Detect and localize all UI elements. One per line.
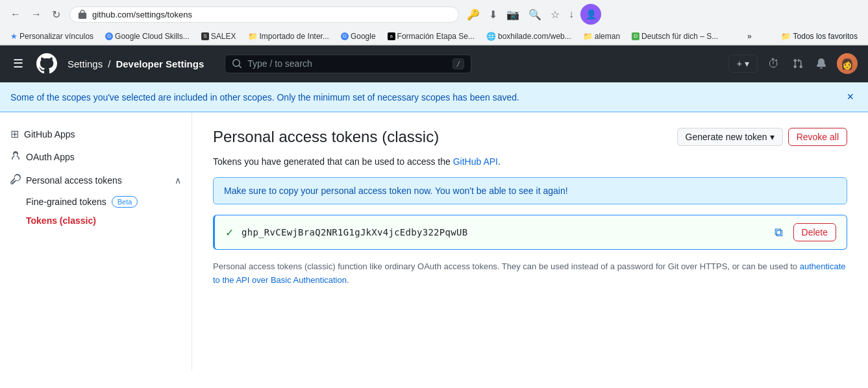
chevron-up-icon: ∧	[175, 175, 181, 186]
avatar-emoji: 👩	[841, 58, 854, 70]
bookmark-star-icon[interactable]: ☆	[548, 6, 562, 23]
alert-close-button[interactable]: ×	[843, 89, 858, 105]
bookmarks-more-button[interactable]: »	[743, 30, 756, 42]
plus-icon: +	[737, 58, 742, 69]
bookmark-formacion[interactable]: a Formación Etapa Se...	[384, 30, 478, 42]
sidebar-sub-item-tokens-classic[interactable]: Tokens (classic)	[0, 212, 192, 230]
bookmark-formacion-label: Formación Etapa Se...	[397, 32, 475, 41]
sidebar-item-pat-label: Personal access tokens	[26, 175, 169, 186]
bookmark-google-label: Google	[351, 32, 376, 41]
bookmark-personalizar-icon: ★	[10, 32, 18, 41]
breadcrumb-current: Developer Settings	[116, 58, 204, 69]
description-before: Tokens you have generated that can be us…	[213, 156, 453, 167]
address-bar[interactable]: github.com/settings/tokens	[69, 6, 459, 23]
bookmark-boxhilade-label: boxhilade.com/web...	[498, 32, 571, 41]
address-text: github.com/settings/tokens	[92, 10, 192, 19]
alert-message: Some of the scopes you've selected are i…	[10, 92, 519, 103]
bookmark-gcloud-label: Google Cloud Skills...	[115, 32, 190, 41]
new-item-button[interactable]: + ▾	[728, 55, 758, 73]
grid-icon: ⊞	[10, 128, 19, 140]
breadcrumb-settings-link[interactable]: Settings	[68, 58, 103, 69]
sidebar-item-github-apps[interactable]: ⊞ GitHub Apps	[0, 123, 192, 145]
back-button[interactable]: ←	[6, 6, 25, 23]
search-icon	[232, 58, 242, 69]
bookmark-personalizar-label: Personalizar vínculos	[19, 32, 93, 41]
info-alert: Make sure to copy your personal access t…	[213, 177, 847, 204]
footer-after: .	[347, 275, 349, 285]
bookmark-personalizar[interactable]: ★ Personalizar vínculos	[6, 30, 97, 42]
sidebar-item-oauth-apps-label: OAuth Apps	[26, 152, 181, 162]
download-manager-icon[interactable]: ⬇	[486, 6, 500, 23]
bookmark-deutsch[interactable]: D Deutsch für dich – S...	[628, 30, 722, 42]
bookmark-boxhilade-icon: 🌐	[486, 32, 496, 41]
alert-banner: Some of the scopes you've selected are i…	[0, 82, 868, 112]
generate-new-token-button[interactable]: Generate new token ▾	[677, 128, 783, 146]
footer-text: Personal access tokens (classic) functio…	[213, 260, 847, 287]
token-row: ✓ ghp_RvCEwjBraQ2NR1G1gJkXv4jcEdby322Pqw…	[213, 215, 847, 250]
forward-button[interactable]: →	[27, 6, 45, 23]
bookmark-formacion-icon: a	[388, 32, 395, 40]
timer-button[interactable]: ⏱	[765, 55, 782, 73]
bookmarks-folder-all[interactable]: 📁 Todos los favoritos	[777, 30, 862, 42]
screen-capture-icon[interactable]: 📷	[504, 6, 522, 23]
fine-grained-label: Fine-grained tokens	[26, 197, 106, 207]
beta-badge: Beta	[112, 196, 138, 208]
reload-button[interactable]: ↻	[48, 6, 64, 23]
browser-icons: 🔑 ⬇ 📷 🔍 ☆ ↓ 👤	[464, 4, 601, 25]
bookmark-deutsch-label: Deutsch für dich – S...	[641, 32, 718, 41]
password-manager-icon[interactable]: 🔑	[464, 6, 482, 23]
bookmark-google[interactable]: G Google	[337, 30, 380, 42]
browser-toolbar: ← → ↻ github.com/settings/tokens 🔑 ⬇ 📷 🔍…	[0, 0, 868, 29]
info-alert-message: Make sure to copy your personal access t…	[224, 186, 568, 196]
search-input[interactable]: Type / to search /	[225, 55, 471, 73]
browser-nav-buttons: ← → ↻	[6, 6, 64, 23]
zoom-icon[interactable]: 🔍	[526, 6, 544, 23]
page-header: Personal access tokens (classic) Generat…	[213, 128, 847, 146]
bookmark-importado-icon: 📁	[248, 32, 258, 41]
pull-request-icon	[793, 58, 803, 69]
bookmarks-folder-label: Todos los favoritos	[793, 32, 858, 41]
sidebar-item-oauth-apps[interactable]: OAuth Apps	[0, 145, 192, 169]
generate-token-label: Generate new token	[686, 132, 767, 142]
hamburger-menu-button[interactable]: ☰	[10, 54, 26, 73]
page-title: Personal access tokens (classic)	[213, 128, 439, 146]
bell-icon	[816, 58, 826, 69]
revoke-all-button[interactable]: Revoke all	[788, 128, 847, 146]
bookmark-aleman[interactable]: 📁 aleman	[579, 30, 624, 42]
github-api-link[interactable]: GitHub API	[453, 156, 498, 167]
breadcrumb-separator: /	[108, 58, 110, 69]
pull-requests-button[interactable]	[790, 56, 806, 71]
bookmark-aleman-icon: 📁	[583, 32, 593, 41]
sidebar-sub-item-fine-grained[interactable]: Fine-grained tokens Beta	[0, 192, 192, 212]
bookmark-salex-label: SALEX	[211, 32, 236, 41]
copy-icon: ⧉	[775, 226, 783, 239]
github-header: ☰ Settings / Developer Settings Type / t…	[0, 45, 868, 82]
bookmark-gcloud-icon: G	[105, 32, 113, 40]
tokens-classic-label: Tokens (classic)	[26, 215, 96, 226]
delete-token-button[interactable]: Delete	[793, 223, 836, 241]
bookmark-deutsch-icon: D	[632, 32, 639, 40]
generate-dropdown-icon: ▾	[770, 132, 775, 142]
bookmark-boxhilade[interactable]: 🌐 boxhilade.com/web...	[482, 30, 575, 42]
bookmark-salex[interactable]: S SALEX	[197, 30, 240, 42]
sidebar: ⊞ GitHub Apps OAuth Apps Personal access…	[0, 112, 192, 370]
search-box-container: Type / to search /	[225, 55, 471, 73]
content-area: Personal access tokens (classic) Generat…	[192, 112, 868, 370]
copy-token-button[interactable]: ⧉	[772, 224, 786, 241]
bookmark-aleman-label: aleman	[595, 32, 620, 41]
main-layout: ⊞ GitHub Apps OAuth Apps Personal access…	[0, 112, 868, 370]
browser-profile-avatar[interactable]: 👤	[580, 4, 601, 25]
header-actions-buttons: Generate new token ▾ Revoke all	[677, 128, 847, 146]
bookmark-google-icon: G	[341, 32, 349, 40]
download-icon[interactable]: ↓	[566, 6, 577, 23]
description-text: Tokens you have generated that can be us…	[213, 156, 847, 167]
bookmark-importado[interactable]: 📁 Importado de Inter...	[244, 30, 333, 42]
bookmark-gcloud[interactable]: G Google Cloud Skills...	[101, 30, 193, 42]
github-logo[interactable]	[36, 53, 57, 74]
user-avatar[interactable]: 👩	[837, 53, 858, 74]
description-end: .	[498, 156, 501, 167]
notifications-button[interactable]	[813, 56, 829, 71]
sidebar-item-personal-access-tokens[interactable]: Personal access tokens ∧	[0, 169, 192, 192]
key-icon	[10, 174, 21, 187]
person-icon	[10, 151, 21, 164]
